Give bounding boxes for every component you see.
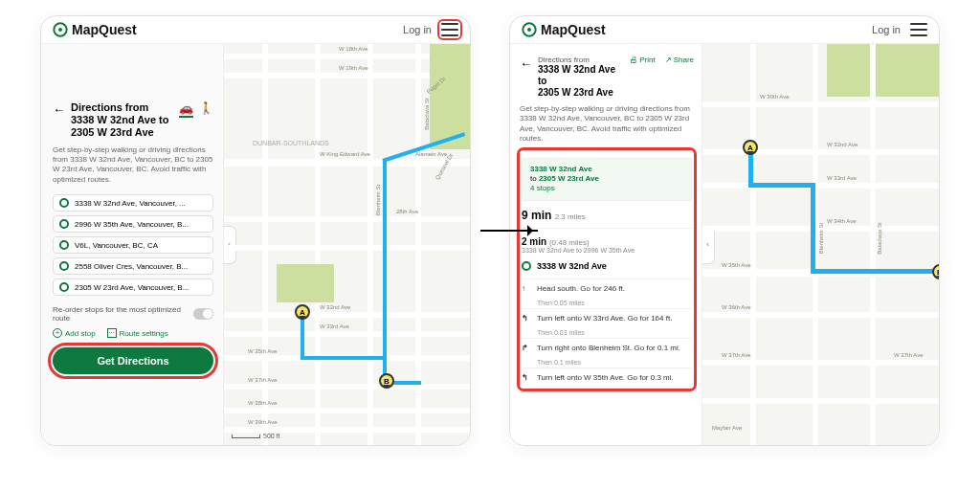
- stop-input[interactable]: 2996 W 35th Ave, Vancouver, B...: [53, 215, 213, 233]
- connector-arrow-icon: [480, 230, 538, 232]
- summary-from: 3338 W 32nd Ave: [530, 165, 683, 174]
- reorder-toggle[interactable]: [193, 308, 213, 320]
- street-label: W 34th Ave: [827, 218, 857, 224]
- directions-desc: Get step-by-step walking or driving dire…: [53, 145, 213, 186]
- eta: 9 min 2.3 miles: [522, 209, 692, 222]
- street-label: Blenheim St: [818, 223, 824, 254]
- logo-icon: [522, 22, 537, 37]
- walk-icon[interactable]: 🚶: [199, 101, 213, 118]
- topbar: MapQuest Log in: [510, 16, 939, 44]
- street-label: W 19th Ave: [339, 65, 368, 71]
- car-icon[interactable]: 🚗: [179, 101, 193, 118]
- direction-step[interactable]: ↰Turn left onto W 35th Ave. Go for 0.3 m…: [522, 368, 692, 387]
- street-label: W 35th Ave: [722, 262, 751, 268]
- map-pin-a[interactable]: A: [743, 140, 758, 155]
- street-label: W 30th Ave: [760, 94, 790, 100]
- pin-icon: [59, 198, 69, 208]
- map-pin-a[interactable]: A: [295, 304, 310, 320]
- logo[interactable]: MapQuest: [53, 22, 137, 37]
- left-screenshot: MapQuest Log in ← Directions from 3338 W…: [40, 15, 471, 446]
- map-canvas[interactable]: ‹ A B W 18th Ave: [223, 44, 470, 445]
- street-label: W 35th Ave: [248, 348, 278, 354]
- map-pin-b[interactable]: B: [379, 373, 394, 389]
- plus-icon: +: [53, 328, 62, 338]
- directions-result-highlight: 3338 W 32nd Ave to 2305 W 23rd Ave 4 sto…: [520, 150, 694, 389]
- turn-left-icon: ↰: [522, 373, 531, 382]
- step-text: Head south. Go for 246 ft.: [537, 284, 625, 293]
- title-prefix: Directions from: [538, 56, 624, 64]
- arrow-up-icon: ↑: [522, 284, 531, 293]
- map-pin-b[interactable]: B: [932, 264, 939, 279]
- stop-label: V6L, Vancouver, BC, CA: [75, 241, 158, 250]
- directions-sidebar: ← Directions from 3338 W 32nd Ave to 230…: [510, 44, 702, 445]
- brand-label: MapQuest: [541, 22, 606, 37]
- menu-icon[interactable]: [910, 23, 927, 36]
- stop-input[interactable]: 2305 W 23rd Ave, Vancouver, B...: [53, 278, 213, 296]
- turn-left-icon: ↰: [522, 314, 531, 323]
- turn-right-icon: ↱: [522, 344, 531, 352]
- street-label: W 37th Ave: [722, 352, 751, 358]
- street-label: W 18th Ave: [339, 46, 368, 52]
- menu-icon[interactable]: [441, 23, 458, 36]
- street-label: W 32nd Ave: [827, 142, 858, 147]
- stop-input[interactable]: 2558 Oliver Cres, Vancouver, B...: [53, 257, 213, 275]
- gear-icon: ⋯: [107, 328, 117, 338]
- direction-step[interactable]: ↑Head south. Go for 246 ft.: [522, 278, 692, 298]
- directions-title: Directions from 3338 W 32nd Ave to 2305 …: [71, 101, 173, 140]
- street-label: W 37th Ave: [894, 352, 924, 358]
- stop-label: 3338 W 32nd Ave, Vancouver, ...: [75, 199, 186, 208]
- street-label: W 33rd Ave: [827, 175, 857, 181]
- street-label: Mayfair Ave: [712, 425, 742, 431]
- step-distance: Then 0.05 miles: [522, 298, 692, 308]
- stops-list: 3338 W 32nd Ave, Vancouver, ... 2996 W 3…: [53, 194, 213, 296]
- directions-sidebar: ← Directions from 3338 W 32nd Ave to 230…: [41, 44, 223, 445]
- step-text: Turn left onto W 33rd Ave. Go for 164 ft…: [537, 314, 672, 323]
- title-from: 3338 W 32nd Ave to: [538, 64, 624, 87]
- stop-input[interactable]: 3338 W 32nd Ave, Vancouver, ...: [53, 194, 213, 212]
- stop-label: 2996 W 35th Ave, Vancouver, B...: [75, 220, 189, 229]
- step-text: Turn right onto Blenheim St. Go for 0.1 …: [537, 344, 680, 352]
- route-settings-link[interactable]: ⋯Route settings: [107, 328, 168, 338]
- street-label: W 39th Ave: [248, 419, 278, 425]
- map-scale: 500 ft: [232, 433, 280, 439]
- segment-time: 2 min (0.48 miles): [522, 236, 692, 247]
- right-screenshot: MapQuest Log in ← Directions from 3338 W…: [509, 15, 940, 446]
- login-link[interactable]: Log in: [872, 24, 901, 35]
- step-distance: Then 0.03 miles: [522, 327, 692, 338]
- stop-label: 2305 W 23rd Ave, Vancouver, B...: [75, 283, 189, 292]
- street-label: Alamein Ave: [415, 151, 447, 157]
- step-distance: Then 0.1 miles: [522, 357, 692, 368]
- share-button[interactable]: ↗Share: [665, 56, 694, 64]
- street-label: Balaclava St: [424, 98, 430, 129]
- direction-step[interactable]: ↱Turn right onto Blenheim St. Go for 0.1…: [522, 338, 692, 357]
- svg-point-3: [527, 28, 531, 32]
- logo[interactable]: MapQuest: [522, 22, 606, 37]
- street-label: W 32nd Ave: [320, 304, 350, 310]
- get-directions-button[interactable]: Get Directions: [53, 347, 213, 374]
- street-label: Balaclava St: [877, 222, 882, 254]
- street-label: W 38th Ave: [248, 400, 278, 406]
- direction-step[interactable]: ↰Turn left onto W 33rd Ave. Go for 164 f…: [522, 308, 692, 327]
- segment-desc: 3338 W 32nd Ave to 2996 W 35th Ave: [522, 247, 692, 254]
- back-icon[interactable]: ←: [53, 102, 65, 117]
- pin-icon: [522, 261, 531, 271]
- summary-to: 2305 W 23rd Ave: [539, 174, 599, 183]
- street-label: Blenheim St: [375, 185, 381, 215]
- topbar: MapQuest Log in: [41, 16, 470, 44]
- print-button[interactable]: 🖨Print: [630, 56, 655, 64]
- map-canvas[interactable]: ‹ A B W 30th Ave W 32nd Ave W 33rd Ave W…: [702, 44, 939, 445]
- street-label: W 37th Ave: [248, 377, 278, 383]
- street-label: W 36th Ave: [722, 304, 751, 310]
- summary-stops: 4 stops: [530, 184, 683, 193]
- add-stop-link[interactable]: +Add stop: [53, 328, 96, 338]
- back-icon[interactable]: ←: [520, 56, 532, 71]
- stop-input[interactable]: V6L, Vancouver, BC, CA: [53, 236, 213, 254]
- step-text: Turn left onto W 35th Ave. Go for 0.3 mi…: [537, 373, 674, 382]
- logo-icon: [53, 22, 68, 37]
- stop-label: 2558 Oliver Cres, Vancouver, B...: [75, 262, 188, 271]
- route-summary[interactable]: 3338 W 32nd Ave to 2305 W 23rd Ave 4 sto…: [522, 158, 692, 201]
- pin-icon: [59, 261, 69, 271]
- login-link[interactable]: Log in: [403, 24, 432, 35]
- pin-icon: [59, 219, 69, 229]
- brand-label: MapQuest: [72, 22, 137, 37]
